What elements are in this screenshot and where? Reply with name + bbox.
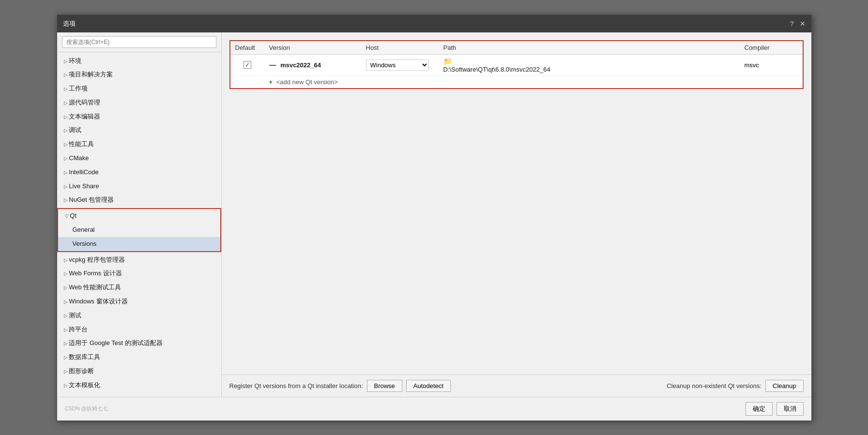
- sidebar-item-winforms[interactable]: Windows 窗体设计器: [57, 295, 221, 309]
- minus-icon: [269, 65, 276, 66]
- bottom-bar-right: Cleanup non-existent Qt versions: Cleanu…: [667, 380, 803, 392]
- compiler-cell: msvc: [740, 54, 803, 75]
- browse-button[interactable]: Browse: [367, 380, 402, 392]
- host-cell: Windows: [361, 54, 439, 75]
- add-host-cell: [361, 75, 439, 88]
- sidebar-item-cmake[interactable]: CMake: [57, 151, 221, 165]
- version-cell: msvc2022_64: [264, 54, 361, 75]
- sidebar-item-intellicode[interactable]: IntelliCode: [57, 165, 221, 180]
- titlebar: 选项 ? ✕: [57, 15, 811, 32]
- add-icon: +: [269, 78, 273, 86]
- table-header-row: Default Version Host Path Compiler: [230, 41, 803, 55]
- sidebar-item-googletest[interactable]: 适用于 Google Test 的测试适配器: [57, 336, 221, 350]
- sidebar: 环境 项目和解决方案 工作项 源代码管理 文本编辑器 调试 性能工具 CMake…: [57, 32, 222, 397]
- host-select[interactable]: Windows: [366, 60, 429, 71]
- sidebar-item-qt-versions[interactable]: Versions: [58, 237, 220, 251]
- sidebar-item-crossplatform[interactable]: 跨平台: [57, 323, 221, 337]
- versions-table: Default Version Host Path Compiler: [230, 41, 803, 88]
- path-cell: 📁: [439, 54, 740, 75]
- help-button[interactable]: ?: [790, 20, 794, 27]
- col-path-header: Path: [439, 41, 740, 55]
- footer: CSDN @妖精七七 确定 取消: [57, 397, 811, 420]
- add-path-cell: [439, 75, 740, 88]
- search-box: [57, 32, 221, 52]
- sidebar-item-template[interactable]: 文本模板化: [57, 378, 221, 392]
- close-button[interactable]: ✕: [800, 20, 806, 27]
- col-compiler-header: Compiler: [740, 41, 803, 55]
- cleanup-button[interactable]: Cleanup: [765, 380, 803, 392]
- path-input[interactable]: [443, 66, 735, 73]
- nav-list: 环境 项目和解决方案 工作项 源代码管理 文本编辑器 调试 性能工具 CMake…: [57, 52, 221, 394]
- sidebar-item-qt-general[interactable]: General: [58, 223, 220, 237]
- register-label: Register Qt versions from a Qt installer…: [229, 382, 363, 390]
- default-cell: [230, 54, 264, 75]
- autodetect-button[interactable]: Autodetect: [406, 380, 451, 392]
- version-name: msvc2022_64: [280, 61, 321, 69]
- sidebar-item-webforms[interactable]: Web Forms 设计器: [57, 267, 221, 281]
- compiler-value: msvc: [745, 61, 759, 69]
- sidebar-item-perf[interactable]: 性能工具: [57, 137, 221, 151]
- sidebar-item-webperf[interactable]: Web 性能测试工具: [57, 281, 221, 295]
- cancel-button[interactable]: 取消: [777, 402, 804, 416]
- col-version-header: Version: [264, 41, 361, 55]
- sidebar-item-dbtools[interactable]: 数据库工具: [57, 350, 221, 364]
- add-compiler-cell: [740, 75, 803, 88]
- folder-icon: 📁: [443, 57, 453, 65]
- sidebar-item-work[interactable]: 工作项: [57, 82, 221, 96]
- titlebar-actions: ? ✕: [790, 20, 806, 27]
- sidebar-item-liveshare[interactable]: Live Share: [57, 180, 221, 194]
- col-default-header: Default: [230, 41, 264, 55]
- sidebar-item-project[interactable]: 项目和解决方案: [57, 68, 221, 82]
- content-area: 环境 项目和解决方案 工作项 源代码管理 文本编辑器 调试 性能工具 CMake…: [57, 32, 811, 397]
- watermark: CSDN @妖精七七: [65, 405, 108, 412]
- add-version-cell[interactable]: + <add new Qt version>: [264, 75, 361, 88]
- add-label: <add new Qt version>: [276, 78, 338, 86]
- sidebar-item-env[interactable]: 环境: [57, 54, 221, 68]
- add-default-cell: [230, 75, 264, 88]
- sidebar-item-source[interactable]: 源代码管理: [57, 96, 221, 110]
- sidebar-item-texteditor[interactable]: 文本编辑器: [57, 110, 221, 124]
- default-checkbox[interactable]: [244, 61, 251, 69]
- sidebar-item-vcpkg[interactable]: vcpkg 程序包管理器: [57, 253, 221, 267]
- sidebar-item-qt[interactable]: Qt: [58, 209, 220, 223]
- dialog-title: 选项: [63, 19, 76, 28]
- table-row: msvc2022_64 Windows 📁: [230, 54, 803, 75]
- options-dialog: 选项 ? ✕ 环境 项目和解决方案 工作项 源代码管理 文本编辑器 调试 性能工…: [57, 15, 812, 421]
- search-input[interactable]: [62, 36, 216, 48]
- sidebar-item-nuget[interactable]: NuGet 包管理器: [57, 193, 221, 207]
- bottom-bar-left: Register Qt versions from a Qt installer…: [229, 380, 451, 392]
- cleanup-prefix-label: Cleanup non-existent Qt versions:: [667, 382, 761, 390]
- sidebar-item-debug[interactable]: 调试: [57, 123, 221, 137]
- bottom-bar: Register Qt versions from a Qt installer…: [222, 375, 811, 397]
- col-host-header: Host: [361, 41, 439, 55]
- qt-versions-area: Default Version Host Path Compiler: [222, 32, 811, 375]
- versions-table-wrapper: Default Version Host Path Compiler: [229, 40, 804, 89]
- ok-button[interactable]: 确定: [746, 402, 773, 416]
- sidebar-item-test[interactable]: 测试: [57, 309, 221, 323]
- sidebar-item-graphics[interactable]: 图形诊断: [57, 364, 221, 378]
- main-panel: Default Version Host Path Compiler: [222, 32, 811, 397]
- add-version-row[interactable]: + <add new Qt version>: [230, 75, 803, 88]
